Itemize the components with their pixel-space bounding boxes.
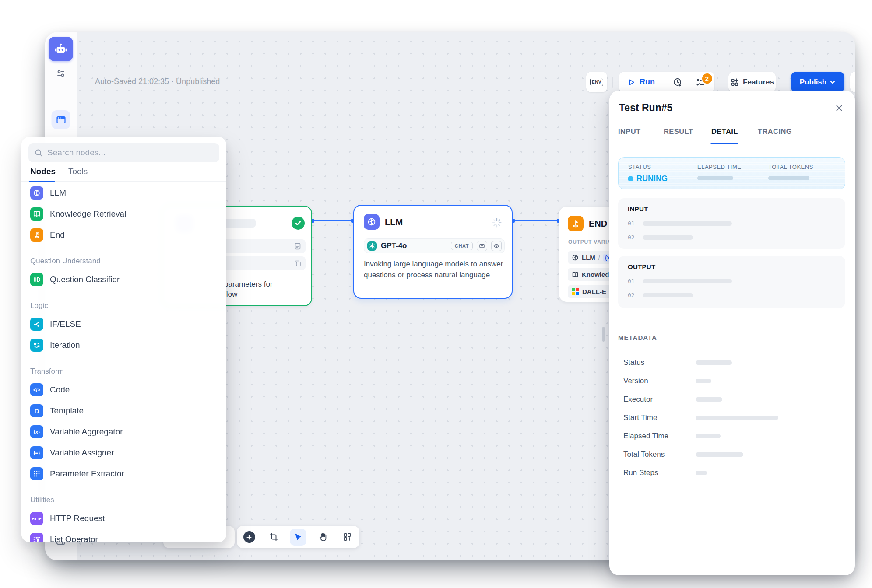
- end-node-title: END: [589, 219, 607, 229]
- pointer-tool-button[interactable]: [290, 529, 306, 546]
- tab-input[interactable]: INPUT: [618, 127, 641, 136]
- panel-tabs: Nodes Tools: [21, 166, 226, 182]
- section-logic: Logic: [21, 290, 226, 314]
- metadata-row-total-tokens: Total Tokens: [623, 445, 845, 464]
- input-title: INPUT: [628, 205, 836, 213]
- metadata-row-executor: Executor: [623, 390, 845, 409]
- node-item-question-classifier[interactable]: Question Classifier: [21, 269, 226, 290]
- flag-icon: [568, 216, 584, 231]
- scrollbar-thumb[interactable]: [602, 327, 605, 342]
- section-utilities: Utilities: [21, 484, 226, 508]
- clock-play-icon: [673, 77, 682, 87]
- section-question-understand: Question Understand: [21, 245, 226, 269]
- features-button[interactable]: Features: [728, 72, 776, 92]
- features-icon: [730, 78, 739, 87]
- variable-aggregator-icon: {x}: [30, 425, 43, 438]
- node-search-box[interactable]: [28, 143, 219, 162]
- metadata-row-elapsed-time: Elapsed Time: [623, 427, 845, 445]
- node-item-end[interactable]: End: [21, 224, 226, 245]
- edge-llm-end: [513, 220, 559, 221]
- llm-model-selector[interactable]: GPT-4o CHAT: [364, 238, 505, 253]
- tab-nodes[interactable]: Nodes: [30, 167, 56, 176]
- checklist-button[interactable]: 2: [690, 77, 711, 87]
- brain-icon: [30, 186, 43, 200]
- code-icon: </>: [30, 383, 43, 396]
- play-icon: [628, 78, 636, 86]
- search-input[interactable]: [47, 148, 213, 158]
- run-button[interactable]: Run: [619, 77, 665, 87]
- funnel-icon: [30, 533, 43, 542]
- env-button[interactable]: ENV: [586, 72, 607, 92]
- flag-icon: [30, 228, 43, 242]
- book-icon: [30, 207, 43, 220]
- node-item-parameter-extractor[interactable]: Parameter Extractor: [21, 463, 226, 484]
- node-item-code[interactable]: </> Code: [21, 379, 226, 400]
- node-list: LLM Knowledge Retrieval End Question Und…: [21, 182, 226, 542]
- tab-detail[interactable]: DETAIL: [711, 127, 738, 136]
- total-tokens-skeleton: [768, 176, 809, 180]
- active-tab-underline: [29, 181, 55, 182]
- llm-node[interactable]: LLM GPT-4o CHAT: [353, 205, 513, 299]
- run-history-button[interactable]: [665, 77, 690, 87]
- organize-layout-button[interactable]: [339, 529, 355, 546]
- start-node-description: parameters for: [224, 279, 273, 289]
- elapsed-time-skeleton: [697, 176, 733, 180]
- input-skeleton: [643, 235, 693, 240]
- metadata-row-status: Status: [623, 354, 845, 372]
- input-skeleton: [643, 221, 732, 226]
- app-logo[interactable]: [49, 37, 73, 61]
- plus-icon: [243, 531, 255, 543]
- env-icon: ENV: [590, 78, 603, 86]
- node-item-variable-aggregator[interactable]: {x} Variable Aggregator: [21, 421, 226, 442]
- chat-mode-badge: CHAT: [451, 242, 473, 250]
- checklist-count-badge: 2: [701, 73, 713, 84]
- tab-tracing[interactable]: TRACING: [758, 127, 792, 136]
- output-title: OUTPUT: [628, 263, 836, 270]
- cursor-icon: [294, 533, 302, 542]
- node-item-template[interactable]: D Template: [21, 400, 226, 421]
- node-item-variable-assigner[interactable]: {=} Variable Assigner: [21, 442, 226, 463]
- agent-badge-icon: [477, 241, 487, 251]
- metadata-row-start-time: Start Time: [623, 409, 845, 427]
- variable-assigner-icon: {=}: [30, 446, 43, 459]
- metadata-row-version: Version: [623, 372, 845, 390]
- node-item-iteration[interactable]: Iteration: [21, 335, 226, 356]
- note-tool-button[interactable]: [265, 529, 282, 546]
- node-item-knowledge-retrieval[interactable]: Knowledge Retrieval: [21, 203, 226, 224]
- hand-tool-button[interactable]: [314, 529, 331, 546]
- chevron-down-icon: [830, 79, 836, 85]
- tab-tools[interactable]: Tools: [68, 167, 88, 176]
- version-history-button[interactable]: [850, 72, 855, 92]
- active-tab-underline: [710, 143, 738, 144]
- llm-node-description: Invoking large language models to answer…: [364, 259, 505, 280]
- brain-icon: [364, 214, 380, 230]
- node-item-llm[interactable]: LLM: [21, 182, 226, 203]
- add-node-button[interactable]: [241, 529, 257, 546]
- input-card: INPUT 01 02: [618, 198, 845, 249]
- robot-icon: [53, 42, 68, 56]
- template-icon: D: [30, 404, 43, 417]
- topbar-divider: [612, 77, 613, 88]
- output-card: OUTPUT 01 02: [618, 256, 845, 308]
- node-item-ifelse[interactable]: IF/ELSE: [21, 314, 226, 335]
- tab-result[interactable]: RESULT: [664, 127, 693, 136]
- gpt4o-model-icon: [367, 241, 377, 251]
- workflow-settings-icon[interactable]: [56, 68, 66, 79]
- dot-grid-icon: [30, 467, 43, 480]
- node-item-http-request[interactable]: HTTP HTTP Request: [21, 508, 226, 529]
- llm-node-title: LLM: [385, 217, 403, 227]
- cycle-icon: [30, 339, 43, 352]
- output-variables-label: OUTPUT VARIA: [568, 239, 612, 245]
- close-icon[interactable]: [834, 103, 844, 113]
- node-item-list-operator[interactable]: List Operator: [21, 529, 226, 542]
- publish-button[interactable]: Publish: [791, 72, 844, 92]
- metadata-title: METADATA: [618, 334, 657, 341]
- panel-title: Test Run#5: [619, 102, 672, 114]
- status-label: STATUS: [628, 164, 668, 170]
- output-skeleton: [643, 279, 732, 284]
- run-panel-tabs: INPUT RESULT DETAIL TRACING: [609, 126, 855, 145]
- test-run-panel: Test Run#5 INPUT RESULT DETAIL TRACING S…: [609, 91, 855, 575]
- autosave-status: Auto-Saved 21:02:35 · Unpublished: [95, 77, 220, 86]
- model-name: GPT-4o: [381, 242, 447, 250]
- preview-window-icon[interactable]: [52, 110, 70, 129]
